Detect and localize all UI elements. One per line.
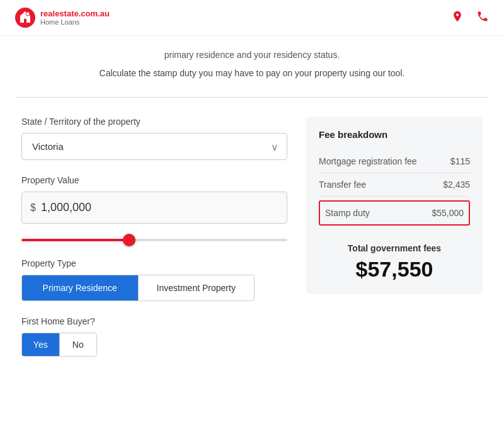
calc-description: Calculate the stamp duty you may have to… bbox=[15, 68, 489, 91]
first-home-buyer-label: First Home Buyer? bbox=[21, 316, 287, 326]
transfer-fee-row: Transfer fee $2,435 bbox=[319, 173, 470, 197]
investment-property-button[interactable]: Investment Property bbox=[138, 275, 255, 301]
state-select[interactable]: Victoria New South Wales Queensland Sout… bbox=[21, 133, 287, 160]
no-button[interactable]: No bbox=[59, 333, 97, 356]
logo-text: realestate.com.au Home Loans bbox=[40, 9, 110, 27]
value-input-wrapper: $ bbox=[21, 192, 287, 224]
property-value-input[interactable] bbox=[21, 192, 287, 224]
left-panel: State / Territory of the property Victor… bbox=[21, 117, 287, 357]
transfer-fee-value: $2,435 bbox=[443, 180, 470, 190]
phone-icon[interactable] bbox=[476, 10, 489, 26]
logo-sub-text: Home Loans bbox=[40, 18, 110, 26]
state-label: State / Territory of the property bbox=[21, 117, 287, 127]
fee-breakdown-title: Fee breakdown bbox=[319, 129, 470, 140]
property-type-label: Property Type bbox=[21, 258, 287, 268]
location-icon[interactable] bbox=[451, 10, 464, 26]
property-type-toggle: Primary Residence Investment Property bbox=[21, 275, 255, 301]
state-select-wrapper: Victoria New South Wales Queensland Sout… bbox=[21, 133, 287, 160]
main-content: primary residence and your residency sta… bbox=[0, 36, 504, 357]
stamp-duty-label: Stamp duty bbox=[325, 208, 370, 218]
dollar-prefix: $ bbox=[30, 202, 36, 214]
total-label: Total government fees bbox=[319, 243, 470, 253]
header: realestate.com.au Home Loans bbox=[0, 0, 504, 36]
transfer-fee-label: Transfer fee bbox=[319, 180, 366, 190]
logo-icon bbox=[15, 8, 35, 28]
calculator-layout: State / Territory of the property Victor… bbox=[15, 117, 489, 357]
property-value-label: Property Value bbox=[21, 175, 287, 185]
logo-area: realestate.com.au Home Loans bbox=[15, 8, 110, 28]
yes-button[interactable]: Yes bbox=[22, 333, 59, 356]
mortgage-reg-label: Mortgage registration fee bbox=[319, 156, 417, 166]
first-home-buyer-toggle: Yes No bbox=[21, 333, 97, 357]
property-value-slider[interactable] bbox=[21, 239, 287, 241]
total-amount: $57,550 bbox=[319, 257, 470, 282]
svg-point-1 bbox=[26, 12, 30, 16]
total-section: Total government fees $57,550 bbox=[319, 236, 470, 282]
intro-partial-text: primary residence and your residency sta… bbox=[15, 36, 489, 68]
divider bbox=[15, 97, 489, 98]
fee-breakdown-panel: Fee breakdown Mortgage registration fee … bbox=[306, 117, 483, 294]
stamp-duty-value: $55,000 bbox=[432, 208, 464, 218]
logo-main-text: realestate.com.au bbox=[40, 9, 110, 19]
stamp-duty-row: Stamp duty $55,000 bbox=[319, 200, 470, 226]
header-icons bbox=[451, 10, 489, 26]
mortgage-reg-value: $115 bbox=[450, 156, 470, 166]
primary-residence-button[interactable]: Primary Residence bbox=[22, 275, 138, 301]
mortgage-reg-row: Mortgage registration fee $115 bbox=[319, 150, 470, 173]
slider-container bbox=[21, 232, 287, 243]
